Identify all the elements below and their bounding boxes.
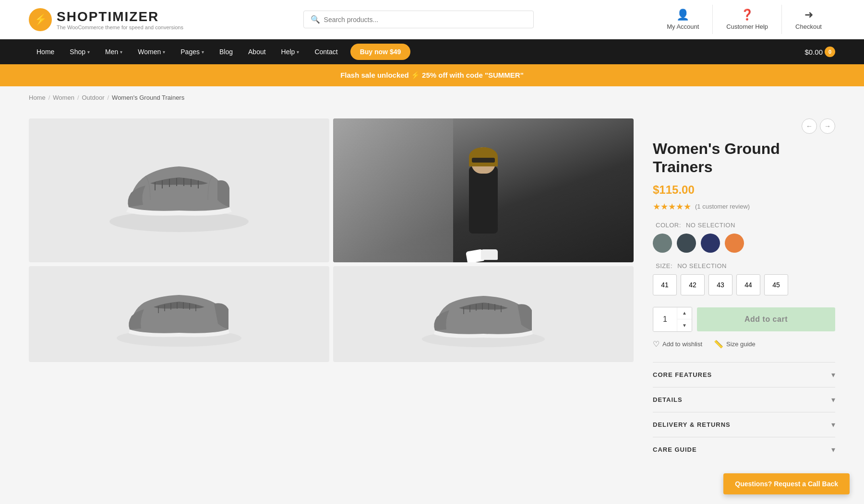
- logo[interactable]: ⚡ SHOPTIMIZER The WooCommerce theme for …: [29, 8, 183, 31]
- accordion-core-features-header[interactable]: CORE FEATURES ▾: [653, 370, 835, 379]
- quantity-down-button[interactable]: ▼: [677, 319, 692, 331]
- size-guide-link[interactable]: 📏 Size guide: [714, 340, 756, 349]
- product-image-1[interactable]: [29, 118, 329, 262]
- product-image-4[interactable]: [333, 266, 634, 362]
- product-rating: ★★★★★ (1 customer review): [653, 201, 835, 212]
- images-grid: [29, 118, 634, 362]
- accordions: CORE FEATURES ▾ DETAILS ▾ DELIVERY & RET…: [653, 362, 835, 462]
- nav-blog[interactable]: Blog: [212, 39, 240, 64]
- women-chevron-icon: ▾: [163, 49, 165, 55]
- pages-chevron-icon: ▾: [202, 49, 204, 55]
- nav-contact[interactable]: Contact: [307, 39, 345, 64]
- customer-help-link[interactable]: ❓ Customer Help: [712, 5, 781, 34]
- help-chevron-icon: ▾: [297, 49, 299, 55]
- cart-badge: 0: [825, 47, 835, 57]
- accordion-details: DETAILS ▾: [653, 387, 835, 412]
- accordion-core-features-chevron: ▾: [831, 370, 835, 379]
- logo-icon: ⚡: [29, 8, 52, 31]
- my-account-icon: 👤: [676, 9, 689, 21]
- color-navy[interactable]: [701, 234, 720, 253]
- accordion-delivery-returns-chevron: ▾: [831, 420, 835, 429]
- checkout-link[interactable]: ➜ Checkout: [781, 5, 835, 34]
- add-to-cart-row: 1 ▲ ▼ Add to cart: [653, 307, 835, 332]
- quantity-arrows: ▲ ▼: [677, 307, 692, 331]
- shop-chevron-icon: ▾: [87, 49, 90, 55]
- product-nav-arrows: ← →: [653, 118, 835, 134]
- checkout-icon: ➜: [804, 9, 813, 21]
- product-extras: ♡ Add to wishlist 📏 Size guide: [653, 340, 835, 349]
- product-images: [29, 118, 634, 462]
- cart-price: $0.00: [804, 48, 823, 56]
- product-info: ← → Women's Ground Trainers $115.00 ★★★★…: [634, 118, 835, 462]
- accordion-delivery-returns: DELIVERY & RETURNS ▾: [653, 412, 835, 437]
- top-bar: ⚡ SHOPTIMIZER The WooCommerce theme for …: [0, 0, 864, 39]
- shoe-svg-3: [109, 276, 249, 352]
- accordion-care-guide: CARE GUIDE ▾: [653, 437, 835, 462]
- breadcrumb-current: Women's Ground Trainers: [112, 94, 184, 101]
- logo-text: SHOPTIMIZER The WooCommerce theme for sp…: [57, 9, 183, 30]
- size-45[interactable]: 45: [764, 274, 788, 295]
- breadcrumb: Home / Women / Outdoor / Women's Ground …: [0, 86, 864, 109]
- prev-product-button[interactable]: ←: [802, 118, 817, 134]
- search-icon: 🔍: [311, 15, 320, 24]
- color-orange[interactable]: [725, 234, 744, 253]
- accordion-details-header[interactable]: DETAILS ▾: [653, 395, 835, 404]
- color-charcoal[interactable]: [677, 234, 696, 253]
- product-image-3[interactable]: [29, 266, 329, 362]
- accordion-core-features: CORE FEATURES ▾: [653, 362, 835, 387]
- breadcrumb-home[interactable]: Home: [29, 94, 46, 101]
- quantity-up-button[interactable]: ▲: [677, 307, 692, 319]
- accordion-delivery-returns-header[interactable]: DELIVERY & RETURNS ▾: [653, 420, 835, 429]
- top-actions: 👤 My Account ❓ Customer Help ➜ Checkout: [653, 5, 835, 34]
- add-to-cart-button[interactable]: Add to cart: [697, 307, 835, 331]
- breadcrumb-sep-2: /: [77, 94, 79, 101]
- size-42[interactable]: 42: [681, 274, 705, 295]
- cart-area[interactable]: $0.00 0: [804, 47, 835, 57]
- breadcrumb-sep-1: /: [48, 94, 50, 101]
- size-44[interactable]: 44: [736, 274, 760, 295]
- size-label: SIZE: No selection: [653, 262, 835, 270]
- customer-help-icon: ❓: [741, 9, 754, 21]
- my-account-label: My Account: [667, 23, 699, 30]
- accordion-care-guide-chevron: ▾: [831, 445, 835, 454]
- star-rating: ★★★★★: [653, 201, 691, 212]
- nav-pages[interactable]: Pages ▾: [173, 39, 212, 64]
- color-slate[interactable]: [653, 234, 672, 253]
- nav-items: Home Shop ▾ Men ▾ Women ▾ Pages ▾ Blog A…: [29, 39, 410, 64]
- size-options: 41 42 43 44 45: [653, 274, 835, 295]
- size-43[interactable]: 43: [708, 274, 732, 295]
- wishlist-link[interactable]: ♡ Add to wishlist: [653, 340, 702, 349]
- quantity-group: 1 ▲ ▼: [653, 307, 692, 332]
- men-chevron-icon: ▾: [120, 49, 122, 55]
- checkout-label: Checkout: [795, 23, 822, 30]
- accordion-care-guide-header[interactable]: CARE GUIDE ▾: [653, 445, 835, 454]
- review-count[interactable]: (1 customer review): [695, 203, 750, 210]
- nav-about[interactable]: About: [240, 39, 274, 64]
- nav-shop[interactable]: Shop ▾: [62, 39, 97, 64]
- shoe-svg-1: [102, 138, 256, 243]
- search-bar[interactable]: 🔍: [303, 11, 534, 28]
- buy-now-button[interactable]: Buy now $49: [350, 44, 411, 60]
- breadcrumb-women[interactable]: Women: [53, 94, 74, 101]
- navigation: Home Shop ▾ Men ▾ Women ▾ Pages ▾ Blog A…: [0, 39, 864, 64]
- product-image-2[interactable]: [333, 118, 634, 262]
- breadcrumb-sep-3: /: [107, 94, 109, 101]
- customer-help-label: Customer Help: [726, 23, 768, 30]
- next-product-button[interactable]: →: [820, 118, 835, 134]
- size-41[interactable]: 41: [653, 274, 677, 295]
- ruler-icon: 📏: [714, 340, 723, 349]
- breadcrumb-outdoor[interactable]: Outdoor: [82, 94, 105, 101]
- accordion-details-chevron: ▾: [831, 395, 835, 404]
- color-label: COLOR: No selection: [653, 222, 835, 229]
- nav-men[interactable]: Men ▾: [97, 39, 130, 64]
- nav-women[interactable]: Women ▾: [130, 39, 173, 64]
- flash-sale-banner: Flash sale unlocked ⚡ 25% off with code …: [0, 64, 864, 86]
- color-swatches: [653, 234, 835, 253]
- call-back-button[interactable]: Questions? Request a Call Back: [723, 473, 850, 481]
- nav-help[interactable]: Help ▾: [274, 39, 307, 64]
- my-account-link[interactable]: 👤 My Account: [653, 5, 712, 34]
- search-input[interactable]: [324, 16, 527, 23]
- product-page: ← → Women's Ground Trainers $115.00 ★★★★…: [0, 109, 864, 481]
- nav-home[interactable]: Home: [29, 39, 62, 64]
- product-price: $115.00: [653, 183, 835, 197]
